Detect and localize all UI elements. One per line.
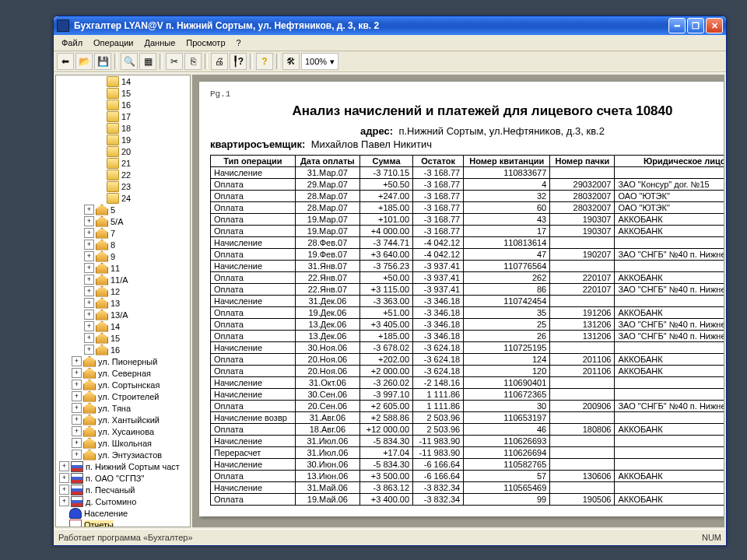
grid-icon[interactable]: ▦ (139, 53, 156, 70)
tree-node[interactable]: Население (56, 507, 190, 519)
expand-icon[interactable]: + (84, 205, 94, 215)
expand-icon[interactable]: + (59, 485, 69, 495)
tree-node[interactable]: +ул. Строителей (56, 390, 190, 402)
tree-node[interactable]: +д. Сытомино (56, 495, 190, 507)
tree-node[interactable]: +13/А (56, 309, 190, 320)
tree-node[interactable]: +ул. Энтузиастов (56, 449, 190, 460)
report-viewport[interactable]: Pg.1 Анализ начислений и платежей для ли… (192, 75, 724, 527)
expand-icon[interactable]: + (84, 345, 94, 355)
tree-node[interactable]: +п. Нижний Сортым част (56, 460, 190, 472)
tree-view[interactable]: 1415161718192021222324+5+5/А+7+8+9+11+11… (55, 75, 191, 527)
tree-label: 22 (121, 170, 131, 180)
tree-node[interactable]: +15 (56, 332, 190, 344)
expand-icon[interactable]: + (84, 240, 94, 250)
zoom-combo[interactable]: 100% ▾ (301, 53, 338, 70)
cell (615, 261, 724, 272)
tree-node[interactable]: +5 (56, 204, 190, 215)
expand-icon[interactable]: + (72, 368, 82, 378)
tree-node[interactable]: +ул. Тяна (56, 402, 190, 414)
tree-node[interactable]: +ул. Сортынская (56, 379, 190, 390)
tree-node[interactable]: 19 (56, 134, 190, 145)
expand-icon[interactable]: + (84, 275, 94, 285)
tree-node[interactable]: 16 (56, 99, 190, 110)
titlebar[interactable]: Бухгалтер LYAN@V п. Нижний Сортым, ул. Н… (54, 16, 726, 35)
menu-view[interactable]: Просмотр (181, 37, 230, 49)
menu-data[interactable]: Данные (140, 37, 181, 49)
tree-node[interactable]: +16 (56, 344, 190, 355)
tree-node[interactable]: +п. Песчаный (56, 484, 190, 495)
tree-node[interactable]: +9 (56, 250, 190, 262)
tree-node[interactable]: 14 (56, 75, 190, 87)
tree-label: 19 (121, 135, 131, 145)
tree-node[interactable]: +5/А (56, 215, 190, 227)
expand-icon[interactable]: + (84, 216, 94, 226)
print-icon[interactable]: 🖨 (211, 53, 228, 70)
cell: 201106 (550, 354, 615, 366)
tree-node[interactable]: +ул. Хусаинова (56, 425, 190, 437)
expand-icon[interactable]: + (59, 496, 69, 506)
menu-operations[interactable]: Операции (89, 37, 138, 49)
tree-node[interactable]: 24 (56, 192, 190, 204)
tree-node[interactable]: +12 (56, 285, 190, 297)
maximize-button[interactable]: ❐ (687, 18, 704, 33)
expand-icon[interactable]: + (84, 321, 94, 331)
tree-node[interactable]: +ул. Северная (56, 367, 190, 379)
cell (615, 482, 724, 494)
tree-node[interactable]: +11/А (56, 274, 190, 285)
expand-icon[interactable]: + (84, 263, 94, 273)
tree-node[interactable]: 23 (56, 180, 190, 192)
expand-icon[interactable]: + (84, 228, 94, 238)
tree-node[interactable]: 17 (56, 110, 190, 122)
tree-node[interactable]: +п. ОАО "СГПЗ" (56, 472, 190, 484)
expand-icon[interactable]: + (59, 473, 69, 483)
cell: 25 (464, 319, 550, 331)
expand-icon[interactable]: + (72, 380, 82, 390)
tree-node[interactable]: Отчеты (56, 519, 190, 527)
cell: Оплата (211, 179, 296, 191)
cell: +2 605.00 (360, 401, 413, 412)
expand-icon[interactable]: + (84, 251, 94, 261)
tree-node[interactable]: +7 (56, 227, 190, 239)
menu-help[interactable]: ? (232, 37, 246, 49)
expand-icon[interactable]: + (72, 426, 82, 436)
tree-node[interactable]: +ул. Пионерный (56, 355, 190, 367)
expand-icon[interactable]: + (72, 356, 82, 366)
table-row: Оплата19.Мар.07+4 000.00-3 168.771719030… (211, 226, 725, 237)
open-icon[interactable]: 📂 (75, 53, 93, 70)
tree-node[interactable]: 18 (56, 122, 190, 134)
expand-icon[interactable]: + (84, 333, 94, 343)
tree-node[interactable]: +14 (56, 320, 190, 332)
expand-icon[interactable]: + (72, 391, 82, 401)
expand-icon[interactable]: + (72, 415, 82, 425)
flag-icon (71, 473, 83, 484)
expand-icon[interactable]: + (59, 461, 69, 471)
tree-node[interactable]: +8 (56, 239, 190, 250)
expand-icon[interactable]: + (72, 438, 82, 448)
copy-icon[interactable]: ⎘ (184, 53, 202, 70)
help-icon[interactable]: ? (256, 53, 273, 70)
tree-node[interactable]: +ул. Хантыйский (56, 414, 190, 425)
tree-node[interactable]: +13 (56, 297, 190, 309)
expand-icon[interactable]: + (72, 403, 82, 413)
tree-node[interactable]: +11 (56, 262, 190, 274)
minimize-button[interactable]: ━ (668, 18, 686, 33)
save-icon[interactable]: 💾 (94, 53, 111, 70)
expand-icon[interactable]: + (84, 298, 94, 308)
expand-icon[interactable]: + (72, 450, 82, 460)
menu-file[interactable]: Файл (57, 37, 87, 49)
back-icon[interactable]: ⬅ (57, 53, 74, 70)
cell (550, 167, 615, 179)
tree-node[interactable]: 22 (56, 169, 190, 180)
tree-node[interactable]: 20 (56, 145, 190, 157)
cut-icon[interactable]: ✂ (166, 53, 183, 70)
tree-node[interactable]: 15 (56, 87, 190, 99)
close-button[interactable]: ✕ (706, 18, 723, 33)
expand-icon[interactable]: + (84, 310, 94, 320)
what-icon[interactable]: ╿? (230, 53, 247, 70)
tree-node[interactable]: +ул. Школьная (56, 437, 190, 449)
expand-icon[interactable]: + (84, 286, 94, 296)
binoculars-icon[interactable]: 🔍 (121, 53, 138, 70)
tree-node[interactable]: 21 (56, 157, 190, 169)
tool-icon[interactable]: 🛠 (282, 53, 300, 70)
table-row: Начисление возвр31.Авг.06+2 588.862 503.… (211, 412, 725, 424)
